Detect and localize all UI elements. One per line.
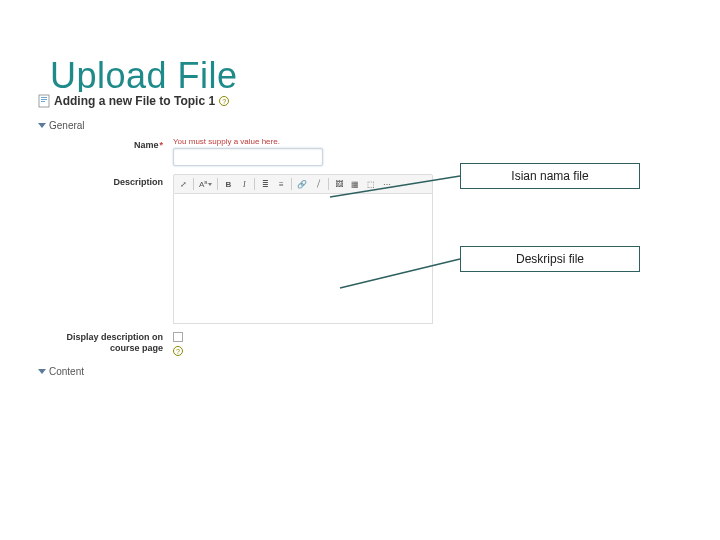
toolbar-number-list-icon[interactable]: ≡ xyxy=(274,177,288,191)
name-label: Name* xyxy=(38,137,173,166)
help-icon[interactable]: ? xyxy=(173,346,183,356)
toolbar-unlink-icon[interactable]: ⧸ xyxy=(311,177,325,191)
field-row-name: Name* You must supply a value here. xyxy=(38,137,453,166)
annotation-name-field: Isian nama file xyxy=(460,163,640,189)
svg-rect-3 xyxy=(41,101,45,102)
description-editor[interactable] xyxy=(173,194,433,324)
svg-rect-2 xyxy=(41,99,47,100)
file-icon xyxy=(38,94,50,108)
section-label-content: Content xyxy=(49,366,84,377)
toolbar-image-icon[interactable]: 🖼 xyxy=(332,177,346,191)
slide-title: Upload File xyxy=(50,55,238,97)
display-on-course-checkbox[interactable] xyxy=(173,332,183,342)
toolbar-paragraph-dropdown[interactable]: Aª xyxy=(197,177,214,191)
toolbar-bullet-list-icon[interactable]: ≣ xyxy=(258,177,272,191)
section-label-general: General xyxy=(49,120,85,131)
name-input[interactable] xyxy=(173,148,323,166)
display-on-course-label: Display description on course page xyxy=(38,332,173,356)
moodle-form-panel: Adding a new File to Topic 1 ? General N… xyxy=(38,92,453,412)
toolbar-media-icon[interactable]: ▦ xyxy=(348,177,362,191)
form-header: Adding a new File to Topic 1 ? xyxy=(38,92,453,114)
field-row-display-on-course: Display description on course page ? xyxy=(38,332,453,356)
chevron-down-icon xyxy=(208,183,212,186)
description-label: Description xyxy=(38,174,173,324)
toolbar-separator xyxy=(328,178,329,190)
section-toggle-general[interactable]: General xyxy=(38,120,453,131)
section-toggle-content[interactable]: Content xyxy=(38,366,453,377)
editor-toolbar: ⤢ Aª B I ≣ ≡ 🔗 ⧸ 🖼 ▦ ⬚ ⋯ xyxy=(173,174,433,194)
toolbar-separator xyxy=(193,178,194,190)
chevron-down-icon xyxy=(38,123,46,128)
required-star-icon: * xyxy=(159,140,163,150)
toolbar-separator xyxy=(291,178,292,190)
field-row-description: Description ⤢ Aª B I ≣ ≡ 🔗 ⧸ 🖼 ▦ ⬚ ⋯ xyxy=(38,174,453,324)
toolbar-italic-button[interactable]: I xyxy=(237,177,251,191)
annotation-description-field: Deskripsi file xyxy=(460,246,640,272)
toolbar-link-icon[interactable]: 🔗 xyxy=(295,177,309,191)
toolbar-bold-button[interactable]: B xyxy=(221,177,235,191)
toolbar-object-icon[interactable]: ⬚ xyxy=(364,177,378,191)
form-title: Adding a new File to Topic 1 xyxy=(54,94,215,108)
name-validation-message: You must supply a value here. xyxy=(173,137,453,146)
toolbar-more-icon[interactable]: ⋯ xyxy=(380,177,394,191)
toolbar-expand-icon[interactable]: ⤢ xyxy=(176,177,190,191)
help-icon[interactable]: ? xyxy=(219,96,229,106)
chevron-down-icon xyxy=(38,369,46,374)
toolbar-separator xyxy=(217,178,218,190)
toolbar-separator xyxy=(254,178,255,190)
svg-rect-1 xyxy=(41,97,47,98)
